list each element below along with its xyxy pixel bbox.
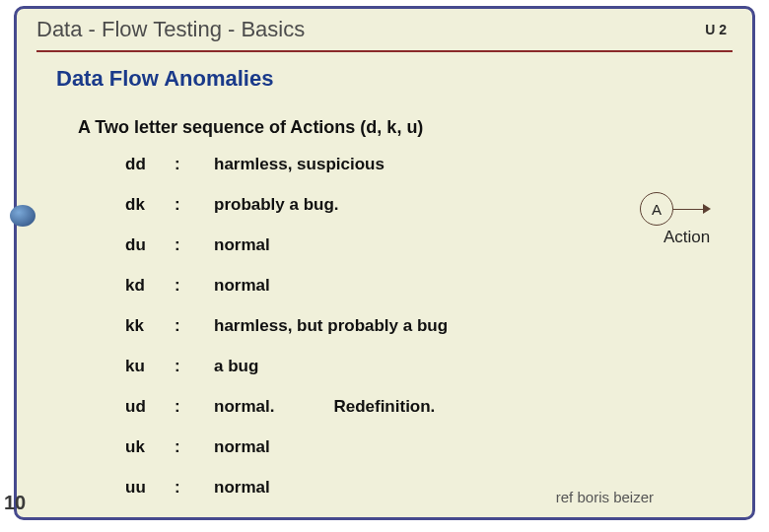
arrow-head-icon: [703, 204, 711, 214]
row-code: kk: [125, 316, 175, 336]
row-code: ku: [125, 357, 175, 376]
page-number: 10: [4, 492, 26, 514]
row-colon: :: [175, 235, 214, 255]
row-colon: :: [175, 437, 214, 457]
row-colon: :: [175, 316, 214, 336]
row-code: kd: [125, 276, 175, 296]
diagram-label: Action: [664, 228, 710, 247]
table-row: ud : normal. Redefinition.: [125, 397, 539, 437]
row-desc: normal: [214, 437, 270, 457]
row-code: dk: [125, 195, 175, 215]
row-desc: normal.: [214, 397, 274, 417]
table-row: du : normal: [125, 235, 539, 276]
table-row: kk : harmless, but probably a bug: [125, 316, 539, 357]
anomaly-table: dd : harmless, suspicious dk : probably …: [125, 155, 539, 518]
row-code: ud: [125, 397, 175, 417]
bullet-decor-icon: [10, 205, 35, 227]
arrow-icon: [673, 209, 707, 210]
row-desc: harmless, suspicious: [214, 155, 384, 174]
row-desc: normal: [214, 235, 270, 255]
row-colon: :: [175, 155, 214, 174]
row-colon: :: [175, 397, 214, 417]
diagram-node: A: [640, 192, 673, 226]
row-code: uu: [125, 478, 175, 498]
reference-text: ref boris beizer: [556, 489, 654, 505]
table-row: kd : normal: [125, 276, 539, 316]
row-desc: normal: [214, 478, 270, 498]
intro-text: A Two letter sequence of Actions (d, k, …: [78, 117, 423, 138]
table-row: dk : probably a bug.: [125, 195, 539, 235]
row-colon: :: [175, 276, 214, 296]
row-code: dd: [125, 155, 175, 174]
row-desc: a bug: [214, 357, 258, 376]
row-colon: :: [175, 195, 214, 215]
unit-tag: U 2: [705, 22, 733, 37]
row-code: du: [125, 235, 175, 255]
row-desc: normal: [214, 276, 270, 296]
table-row: dd : harmless, suspicious: [125, 155, 539, 195]
row-desc: probably a bug.: [214, 195, 339, 215]
table-row: uk : normal: [125, 437, 539, 478]
slide-frame: Data - Flow Testing - Basics U 2 Data Fl…: [14, 6, 755, 520]
slide-header: Data - Flow Testing - Basics U 2: [36, 13, 733, 52]
row-colon: :: [175, 357, 214, 376]
row-desc: harmless, but probably a bug: [214, 316, 448, 336]
row-colon: :: [175, 478, 214, 498]
table-row: uu : normal: [125, 478, 539, 518]
table-row: ku : a bug: [125, 357, 539, 397]
action-diagram: A Action: [632, 192, 721, 251]
slide-title: Data - Flow Testing - Basics: [36, 17, 305, 42]
section-title: Data Flow Anomalies: [56, 66, 273, 92]
row-extra: Redefinition.: [274, 397, 435, 417]
row-code: uk: [125, 437, 175, 457]
